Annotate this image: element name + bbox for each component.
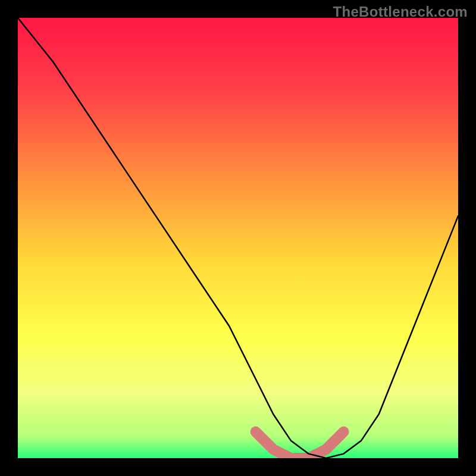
chart-frame: TheBottleneck.com <box>0 0 476 476</box>
chart-background <box>18 18 458 458</box>
chart-plot-area <box>18 18 458 458</box>
chart-svg <box>18 18 458 458</box>
